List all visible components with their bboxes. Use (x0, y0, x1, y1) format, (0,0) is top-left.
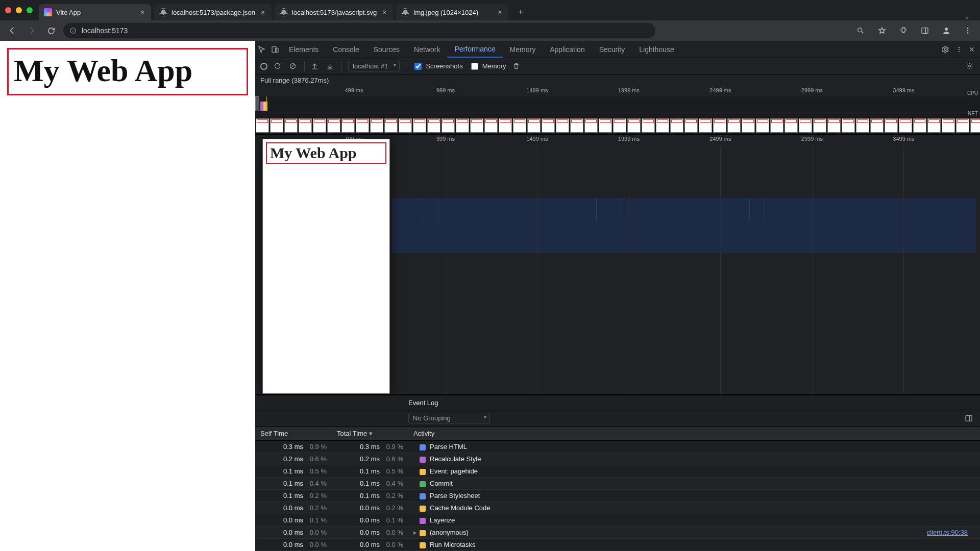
filmstrip-frame[interactable] (256, 118, 269, 133)
filmstrip-frame[interactable] (527, 118, 541, 133)
filmstrip-frame[interactable] (613, 118, 626, 133)
site-info-icon[interactable] (69, 27, 77, 34)
filmstrip-frame[interactable] (642, 118, 655, 133)
devtools-close-icon[interactable]: ✕ (969, 45, 975, 54)
devtools-tab-security[interactable]: Security (592, 41, 632, 58)
tab-overflow-icon[interactable]: ⌄ (959, 13, 975, 20)
event-log-row[interactable]: 0.1 ms0.2 %0.1 ms0.2 %Parse Stylesheet (255, 490, 980, 502)
filmstrip-frame[interactable] (470, 118, 483, 133)
clear-button[interactable] (289, 62, 298, 70)
load-profile-button[interactable] (311, 62, 320, 70)
filmstrip-frame[interactable] (856, 118, 869, 133)
tab-close-icon[interactable]: × (381, 8, 388, 16)
col-activity[interactable]: Activity (408, 427, 980, 441)
zoom-icon[interactable] (853, 23, 868, 38)
filmstrip-frame[interactable] (284, 118, 298, 133)
filmstrip-frame[interactable] (970, 118, 980, 133)
filmstrip-frame[interactable] (713, 118, 726, 133)
expand-icon[interactable]: ▸ (413, 529, 420, 536)
reload-record-button[interactable] (274, 62, 283, 70)
filmstrip-frame[interactable] (813, 118, 826, 133)
filmstrip-frame[interactable] (599, 118, 612, 133)
devtools-tab-application[interactable]: Application (543, 41, 592, 58)
source-link[interactable]: client.ts:90:38 (927, 529, 975, 536)
drawer-tab-event-log[interactable]: Event Log (408, 399, 438, 407)
filmstrip-frame[interactable] (427, 118, 440, 133)
filmstrip-frame[interactable] (556, 118, 569, 133)
filmstrip-frame[interactable] (542, 118, 555, 133)
filmstrip-frame[interactable] (727, 118, 741, 133)
browser-tab[interactable]: localhost:5173/javascript.svg× (275, 4, 393, 20)
performance-overview[interactable]: 499 ms999 ms1499 ms1999 ms2499 ms2999 ms… (255, 86, 980, 135)
filmstrip-frame[interactable] (442, 118, 455, 133)
filmstrip-frame[interactable] (327, 118, 340, 133)
filmstrip-frame[interactable] (356, 118, 369, 133)
filmstrip-frame[interactable] (670, 118, 683, 133)
browser-tab[interactable]: img.jpeg (1024×1024)× (396, 4, 508, 20)
back-button[interactable] (5, 23, 19, 38)
filmstrip-frame[interactable] (384, 118, 398, 133)
filmstrip-frame[interactable] (770, 118, 783, 133)
filmstrip-frame[interactable] (913, 118, 926, 133)
filmstrip-frame[interactable] (842, 118, 855, 133)
chrome-menu-icon[interactable] (961, 23, 975, 38)
record-button[interactable] (260, 63, 267, 70)
event-log-row[interactable]: 0.0 ms0.2 %0.0 ms0.2 %Cache Module Code (255, 502, 980, 514)
filmstrip-frame[interactable] (927, 118, 941, 133)
event-log-row[interactable]: 0.3 ms0.9 %0.3 ms0.9 %Parse HTML (255, 441, 980, 453)
extensions-icon[interactable] (896, 23, 911, 38)
devtools-tab-memory[interactable]: Memory (503, 41, 543, 58)
device-toolbar-icon[interactable] (268, 45, 282, 54)
filmstrip-frame[interactable] (956, 118, 969, 133)
close-window-icon[interactable] (5, 7, 11, 13)
filmstrip-frame[interactable] (413, 118, 426, 133)
inspect-element-icon[interactable] (255, 45, 268, 54)
event-log-row[interactable]: 0.0 ms0.0 %0.0 ms0.0 %Run Microtasks (255, 539, 980, 551)
filmstrip-frame[interactable] (499, 118, 512, 133)
col-self-time[interactable]: Self Time (255, 427, 332, 441)
tab-close-icon[interactable]: × (139, 8, 146, 16)
flame-chart[interactable]: 499 ms999 ms1499 ms1999 ms2499 ms2999 ms… (255, 135, 980, 395)
heaviest-stack-toggle-icon[interactable] (965, 414, 973, 422)
filmstrip-frame[interactable] (742, 118, 755, 133)
filmstrip-frame[interactable] (299, 118, 312, 133)
col-total-time[interactable]: Total Time (332, 427, 408, 441)
profile-icon[interactable] (939, 23, 953, 38)
filmstrip-frame[interactable] (370, 118, 383, 133)
bookmark-icon[interactable] (875, 23, 889, 38)
address-bar[interactable]: localhost:5173 (63, 23, 655, 38)
tab-close-icon[interactable]: × (259, 8, 266, 16)
filmstrip-frame[interactable] (399, 118, 412, 133)
filmstrip-frame[interactable] (570, 118, 583, 133)
devtools-tab-network[interactable]: Network (407, 41, 447, 58)
overview-playhead[interactable] (266, 96, 267, 111)
event-log-row[interactable]: 0.1 ms0.4 %0.1 ms0.4 %Commit (255, 478, 980, 490)
filmstrip-frame[interactable] (456, 118, 469, 133)
filmstrip-frame[interactable] (684, 118, 698, 133)
browser-tab[interactable]: Vite App× (39, 4, 151, 20)
devtools-tab-elements[interactable]: Elements (282, 41, 326, 58)
maximize-window-icon[interactable] (27, 7, 33, 13)
event-log-row[interactable]: 0.0 ms0.1 %0.0 ms0.1 %Layerize (255, 514, 980, 527)
filmstrip-frame[interactable] (870, 118, 884, 133)
memory-checkbox[interactable]: Memory (469, 61, 506, 71)
save-profile-button[interactable] (326, 62, 335, 70)
new-tab-button[interactable]: + (513, 5, 528, 19)
tab-close-icon[interactable]: × (496, 8, 503, 16)
range-handle-left[interactable] (255, 96, 259, 112)
forward-button[interactable] (24, 23, 39, 38)
devtools-settings-icon[interactable] (941, 45, 949, 54)
browser-tab[interactable]: localhost:5173/package.json× (154, 4, 272, 20)
profile-select[interactable]: localhost #1 (348, 61, 400, 71)
minimize-window-icon[interactable] (16, 7, 22, 13)
collect-garbage-icon[interactable] (512, 62, 522, 70)
screenshot-filmstrip[interactable] (255, 117, 980, 134)
filmstrip-frame[interactable] (785, 118, 798, 133)
filmstrip-frame[interactable] (799, 118, 812, 133)
side-panel-icon[interactable] (918, 23, 932, 38)
screenshots-checkbox[interactable]: Screenshots (412, 61, 462, 71)
filmstrip-frame[interactable] (513, 118, 526, 133)
event-log-row[interactable]: 0.1 ms0.5 %0.1 ms0.5 %Event: pagehide (255, 465, 980, 478)
devtools-tab-console[interactable]: Console (326, 41, 366, 58)
filmstrip-frame[interactable] (313, 118, 326, 133)
